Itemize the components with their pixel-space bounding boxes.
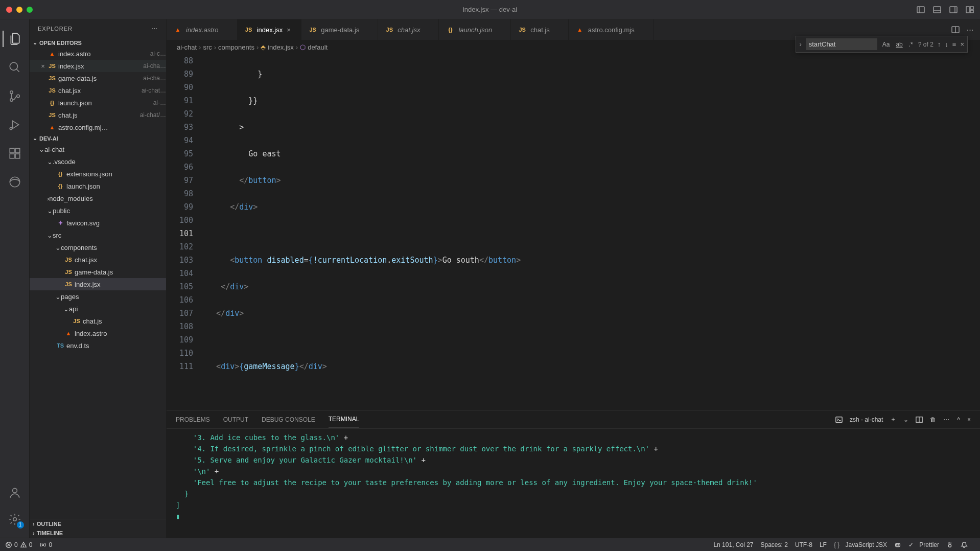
tree-folder[interactable]: ⌄public (30, 204, 166, 217)
terminal-add-icon[interactable]: ＋ (890, 415, 896, 424)
open-editors-header[interactable]: ⌄ OPEN EDITORS (30, 38, 166, 48)
panel-tab-debug[interactable]: DEBUG CONSOLE (262, 412, 315, 427)
tab-actions-more-icon[interactable]: ⋯ (967, 26, 974, 34)
terminal-shell-label[interactable]: zsh - ai-chat (850, 416, 883, 423)
tree-file[interactable]: JSindex.jsx (30, 278, 166, 290)
tree-folder[interactable]: ⌄api (30, 303, 166, 315)
outline-header[interactable]: › OUTLINE (30, 519, 166, 529)
crumb[interactable]: default (308, 43, 328, 51)
find-input[interactable] (806, 38, 877, 50)
tree-file[interactable]: {}extensions.json (30, 168, 166, 180)
status-cursor[interactable]: Ln 101, Col 27 (713, 541, 753, 548)
find-whole-word[interactable]: ab (895, 40, 903, 49)
tree-folder[interactable]: ⌄ai-chat (30, 143, 166, 155)
panel-close-icon[interactable]: × (967, 416, 971, 423)
find-close-icon[interactable]: × (960, 40, 964, 48)
terminal-dropdown-icon[interactable]: ⌄ (903, 416, 908, 423)
terminal-body[interactable]: '3. Add ice cubes to the glass.\n' + '4.… (167, 429, 980, 538)
open-editor-item[interactable]: ▲astro.config.mj… (30, 121, 166, 133)
code-area[interactable]: } }} > Go east </button> </div> <button … (202, 54, 980, 410)
find-selection-icon[interactable]: ≡ (952, 40, 956, 48)
editor-tab[interactable]: JSchat.jsx (378, 19, 439, 40)
open-editor-item[interactable]: ×JSindex.jsxai-cha… (30, 60, 166, 72)
activity-accounts[interactable] (3, 480, 27, 505)
crumb[interactable]: src (203, 43, 212, 51)
tree-folder[interactable]: ⌄components (30, 241, 166, 254)
activity-extensions[interactable] (3, 141, 27, 166)
tree-file[interactable]: JSchat.jsx (30, 254, 166, 266)
find-match-case[interactable]: Aa (881, 40, 891, 49)
maximize-window-button[interactable] (27, 7, 33, 13)
panel-maximize-icon[interactable]: ^ (957, 416, 960, 423)
editor-tab[interactable]: ▲astro.config.mjs (569, 19, 654, 40)
activity-search[interactable] (3, 55, 27, 80)
tree-folder[interactable]: ⌄src (30, 229, 166, 241)
open-editor-item[interactable]: JSchat.jsxai-chat… (30, 84, 166, 97)
timeline-header[interactable]: › TIMELINE (30, 529, 166, 538)
tree-folder[interactable]: ›node_modules (30, 192, 166, 204)
close-window-button[interactable] (6, 7, 12, 13)
tree-item-label: .vscode (53, 158, 166, 166)
status-ports[interactable]: 0 (39, 541, 52, 548)
close-editor-icon[interactable]: × (39, 62, 47, 70)
crumb[interactable]: ai-chat (177, 43, 197, 51)
sidebar-more-icon[interactable]: ⋯ (152, 26, 158, 32)
layout-sidebar-right-icon[interactable] (949, 6, 958, 14)
tree-file[interactable]: ✦favicon.svg (30, 217, 166, 229)
open-editor-item[interactable]: JSchat.jsai-chat/… (30, 109, 166, 121)
activity-source-control[interactable] (3, 84, 27, 108)
status-prettier[interactable]: ✓ Prettier (908, 541, 939, 548)
file-icon: {} (55, 183, 65, 189)
status-eol[interactable]: LF (820, 541, 827, 548)
open-editor-item[interactable]: {}launch.jsonai-… (30, 97, 166, 109)
find-regex[interactable]: .* (908, 40, 914, 49)
project-label: DEV-AI (39, 135, 58, 142)
customize-layout-icon[interactable] (966, 6, 974, 14)
status-spaces[interactable]: Spaces: 2 (761, 541, 788, 548)
status-feedback-icon[interactable] (946, 541, 953, 548)
close-tab-icon[interactable]: × (287, 26, 294, 34)
activity-settings[interactable]: 1 (3, 507, 27, 532)
tree-folder[interactable]: ⌄pages (30, 290, 166, 303)
editor-tab[interactable]: JSgame-data.js (301, 19, 378, 40)
status-language[interactable]: { } JavaScript JSX (834, 541, 887, 548)
editor-tab[interactable]: ▲index.astro (167, 19, 238, 40)
status-copilot-icon[interactable] (894, 541, 901, 548)
tree-file[interactable]: ▲index.astro (30, 327, 166, 339)
panel-tab-output[interactable]: OUTPUT (223, 412, 248, 427)
find-next-icon[interactable]: ↓ (945, 40, 948, 48)
find-collapse-icon[interactable]: › (799, 40, 801, 48)
tree-file[interactable]: JSgame-data.js (30, 266, 166, 278)
editor-tab[interactable]: {}launch.json (439, 19, 511, 40)
tree-file[interactable]: TSenv.d.ts (30, 339, 166, 352)
editor-tab[interactable]: JSindex.jsx× (238, 19, 302, 40)
open-editor-item[interactable]: ▲index.astroai-c… (30, 48, 166, 60)
panel-tab-terminal[interactable]: TERMINAL (329, 411, 360, 427)
file-icon: {} (47, 100, 57, 106)
layout-panel-icon[interactable] (933, 6, 941, 14)
layout-sidebar-left-icon[interactable] (917, 6, 925, 14)
split-terminal-icon[interactable] (916, 416, 923, 423)
tree-folder[interactable]: ⌄.vscode (30, 155, 166, 168)
activity-explorer[interactable] (3, 27, 27, 51)
activity-edge[interactable] (3, 170, 27, 194)
split-editor-icon[interactable] (951, 26, 960, 34)
status-bell-icon[interactable] (961, 541, 968, 548)
open-editor-item[interactable]: JSgame-data.jsai-cha… (30, 72, 166, 84)
project-header[interactable]: ⌄ DEV-AI (30, 133, 166, 143)
status-errors[interactable]: 0 0 (5, 541, 32, 548)
tree-file[interactable]: {}launch.json (30, 180, 166, 192)
minimize-window-button[interactable] (16, 7, 22, 13)
tree-file[interactable]: JSchat.js (30, 315, 166, 327)
find-prev-icon[interactable]: ↑ (938, 40, 941, 48)
status-encoding[interactable]: UTF-8 (795, 541, 812, 548)
activity-run-debug[interactable] (3, 112, 27, 137)
panel-tab-problems[interactable]: PROBLEMS (176, 412, 210, 427)
crumb[interactable]: index.jsx (268, 43, 294, 51)
panel-more-icon[interactable]: ⋯ (943, 416, 950, 423)
editor-body[interactable]: 8889909192939495969798991001011021031041… (167, 54, 980, 410)
crumb[interactable]: components (218, 43, 254, 51)
terminal-line: '\n' + (176, 466, 971, 477)
editor-tab[interactable]: JSchat.js (511, 19, 569, 40)
kill-terminal-icon[interactable]: 🗑 (930, 416, 936, 423)
